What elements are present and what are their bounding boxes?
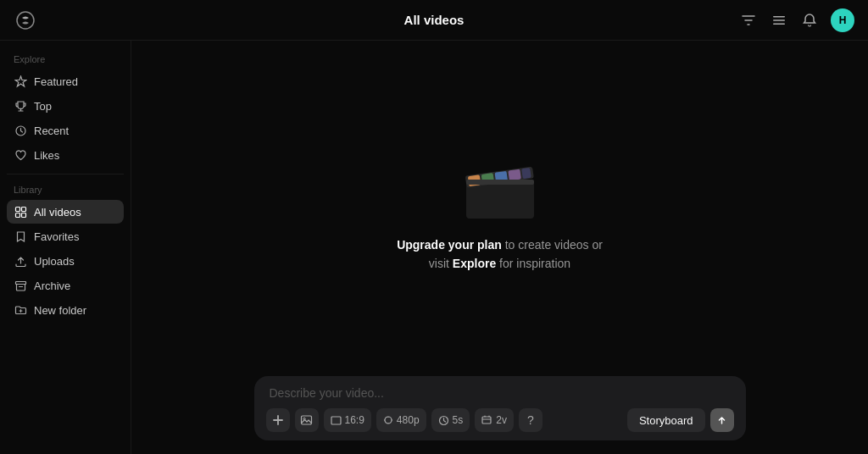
archive-label: Archive [34, 280, 70, 292]
upgrade-rest: to create videos or [502, 238, 603, 252]
recent-label: Recent [34, 125, 69, 137]
all-videos-label: All videos [34, 206, 81, 219]
svg-rect-6 [21, 207, 25, 211]
question-mark: ? [527, 413, 534, 427]
bottom-bar: 16:9 480p 5s [254, 376, 746, 440]
logo[interactable] [14, 8, 37, 32]
upgrade-bold: Upgrade your plan [397, 238, 502, 252]
layout: Explore Featured Top [0, 41, 868, 454]
featured-label: Featured [34, 75, 78, 88]
trophy-icon [14, 99, 27, 113]
sidebar-item-uploads[interactable]: Uploads [7, 249, 124, 273]
resolution-label: 480p [397, 414, 420, 426]
likes-label: Likes [34, 149, 59, 162]
sidebar-divider [7, 174, 124, 174]
aspect-ratio-label: 16:9 [345, 414, 364, 426]
version-label: 2v [496, 414, 507, 426]
clapperboard-icon [462, 154, 538, 222]
archive-icon [14, 279, 27, 292]
sidebar-item-recent[interactable]: Recent [7, 119, 124, 142]
notification-icon[interactable] [800, 11, 819, 30]
new-folder-label: New folder [34, 304, 86, 317]
help-button[interactable]: ? [519, 408, 542, 432]
favorites-label: Favorites [34, 230, 79, 243]
inspiration-text: for inspiration [496, 257, 570, 270]
svg-rect-10 [466, 181, 534, 219]
heart-icon [14, 148, 27, 162]
svg-rect-17 [466, 180, 534, 185]
main-content: Upgrade your plan to create videos or vi… [131, 41, 868, 454]
svg-rect-20 [331, 417, 341, 424]
svg-point-0 [17, 12, 34, 29]
empty-state-text: Upgrade your plan to create videos or vi… [397, 235, 603, 274]
storyboard-button[interactable]: Storyboard [627, 408, 705, 432]
visit-text: visit [429, 257, 453, 270]
sidebar: Explore Featured Top [0, 41, 131, 454]
aspect-ratio-button[interactable]: 16:9 [324, 408, 371, 432]
sidebar-item-favorites[interactable]: Favorites [7, 224, 124, 248]
svg-rect-5 [15, 207, 19, 211]
sidebar-item-all-videos[interactable]: All videos [7, 200, 124, 224]
menu-icon[interactable] [770, 11, 788, 30]
sidebar-item-new-folder[interactable]: New folder [7, 298, 124, 322]
page-title: All videos [404, 13, 465, 27]
grid-icon [14, 205, 27, 219]
resolution-button[interactable]: 480p [376, 408, 426, 432]
svg-rect-9 [15, 281, 25, 284]
sidebar-item-featured[interactable]: Featured [7, 69, 124, 93]
uploads-label: Uploads [34, 255, 75, 268]
sidebar-item-top[interactable]: Top [7, 94, 124, 118]
svg-rect-18 [302, 416, 312, 424]
library-section-label: Library [7, 181, 124, 200]
svg-rect-2 [773, 19, 785, 21]
svg-rect-22 [482, 417, 491, 424]
svg-rect-8 [21, 213, 25, 217]
svg-rect-3 [773, 23, 785, 25]
image-button[interactable] [295, 408, 319, 432]
send-button[interactable] [710, 408, 734, 432]
avatar[interactable]: H [831, 8, 854, 32]
duration-button[interactable]: 5s [431, 408, 470, 432]
folder-plus-icon [14, 303, 27, 317]
bookmark-icon [14, 230, 27, 243]
sidebar-item-likes[interactable]: Likes [7, 143, 124, 167]
star-icon [14, 75, 27, 88]
explore-section-label: Explore [7, 51, 124, 69]
filter-icon[interactable] [739, 11, 758, 30]
version-button[interactable]: 2v [475, 408, 514, 432]
duration-label: 5s [453, 414, 464, 426]
header: All videos H [0, 0, 868, 41]
video-description-input[interactable] [266, 385, 734, 401]
empty-state: Upgrade your plan to create videos or vi… [397, 154, 603, 274]
top-label: Top [34, 100, 52, 113]
add-button[interactable] [266, 408, 290, 432]
svg-rect-15 [508, 169, 521, 180]
explore-link[interactable]: Explore [453, 257, 496, 270]
sidebar-item-archive[interactable]: Archive [7, 274, 124, 297]
clock-icon [14, 124, 27, 137]
bottom-toolbar: 16:9 480p 5s [266, 408, 734, 432]
upload-icon [14, 254, 27, 268]
svg-rect-1 [773, 16, 785, 18]
svg-rect-7 [15, 213, 19, 217]
header-icons: H [739, 8, 854, 32]
svg-rect-16 [521, 168, 531, 179]
